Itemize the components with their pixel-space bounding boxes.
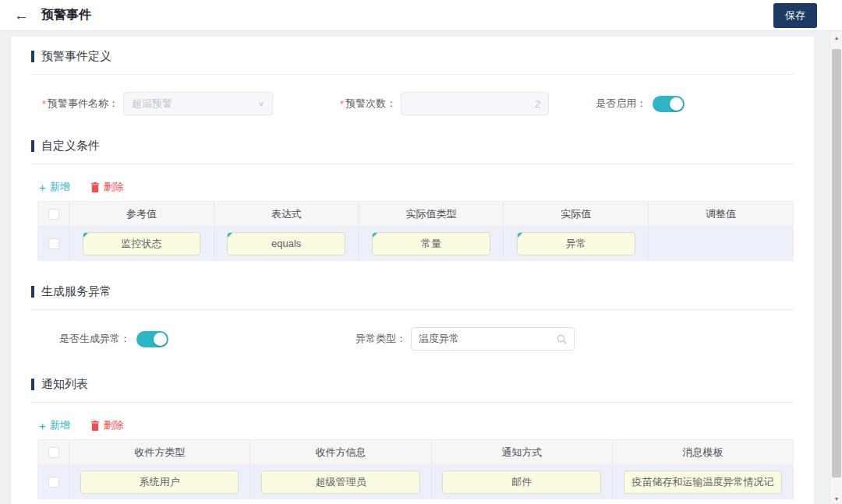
toggle-knob: [670, 97, 683, 111]
table-cell: 疫苗储存和运输温度异常情况记录表: [613, 465, 793, 499]
chevron-down-icon: ∨: [258, 100, 264, 107]
divider: [31, 164, 794, 164]
event-name-select[interactable]: 超温预警 ∨: [123, 92, 273, 115]
definition-form-row: * 预警事件名称： 超温预警 ∨ * 预警次数： 2 是否启用：: [31, 92, 794, 115]
table-cell: 邮件: [432, 465, 613, 499]
required-mark: *: [340, 98, 344, 110]
column-header: 参考值: [69, 202, 214, 227]
edited-corner-mark: [373, 233, 377, 238]
enabled-toggle[interactable]: [653, 96, 685, 112]
cell-input[interactable]: 邮件: [442, 471, 601, 494]
row-checkbox[interactable]: [48, 209, 59, 220]
exception-form-row: 是否生成异常： 异常类型： 温度异常: [31, 327, 794, 351]
generate-exception-toggle[interactable]: [136, 331, 168, 347]
back-icon[interactable]: ←: [14, 8, 29, 23]
field-event-name: * 预警事件名称： 超温预警 ∨: [42, 92, 273, 115]
vertical-scrollbar[interactable]: ▲ ▼: [830, 32, 842, 504]
delete-label: 删除: [104, 418, 124, 432]
warn-count-value: 2: [535, 98, 540, 110]
cell-input[interactable]: 超级管理员: [261, 471, 420, 494]
table-cell: 异常: [504, 227, 649, 261]
section-title: 通知列表: [41, 377, 88, 392]
plus-icon: +: [39, 420, 46, 432]
conditions-toolbar: + 新增 删除: [39, 180, 794, 194]
delete-button[interactable]: 删除: [90, 180, 124, 194]
scroll-content: 预警事件定义 * 预警事件名称： 超温预警 ∨ * 预警次数： 2 是否启用：: [0, 32, 830, 504]
section-title: 生成服务异常: [41, 284, 111, 299]
section-bar: [31, 379, 34, 390]
cell-input[interactable]: 疫苗储存和运输温度异常情况记录表: [624, 471, 783, 494]
row-checkbox[interactable]: [48, 238, 59, 249]
enabled-label: 是否启用：: [596, 97, 646, 111]
edited-corner-mark: [83, 233, 88, 238]
section-bar: [31, 140, 34, 152]
scrollbar-thumb[interactable]: [832, 49, 841, 478]
table-cell: 超级管理员: [250, 465, 431, 499]
generate-exception-label: 是否生成异常：: [59, 332, 130, 346]
search-icon: [557, 334, 567, 344]
form-card: 预警事件定义 * 预警事件名称： 超温预警 ∨ * 预警次数： 2 是否启用：: [11, 37, 814, 504]
notification-table: 收件方类型收件方信息通知方式消息模板系统用户超级管理员邮件疫苗储存和运输温度异常…: [37, 439, 794, 499]
delete-button[interactable]: 删除: [90, 418, 124, 432]
cell-input[interactable]: 监控状态: [83, 232, 201, 256]
add-button[interactable]: + 新增: [39, 418, 70, 432]
exception-type-input[interactable]: 温度异常: [411, 327, 575, 351]
table-cell: 监控状态: [69, 227, 214, 261]
cell-input[interactable]: 常量: [372, 232, 490, 256]
exception-type-value: 温度异常: [419, 332, 557, 346]
event-name-value: 超温预警: [132, 97, 258, 111]
exception-type-label: 异常类型：: [356, 332, 406, 346]
section-conditions-header: 自定义条件: [31, 139, 794, 153]
column-header: 表达式: [214, 202, 359, 227]
add-label: 新增: [50, 418, 70, 432]
section-notification-header: 通知列表: [31, 377, 794, 392]
field-warn-count: * 预警次数： 2: [340, 92, 549, 115]
warn-count-input[interactable]: 2: [401, 92, 549, 115]
conditions-table: 参考值表达式实际值类型实际值调整值监控状态equals常量异常: [37, 201, 794, 261]
section-title: 预警事件定义: [41, 49, 111, 64]
section-bar: [31, 51, 34, 62]
divider: [31, 402, 794, 403]
edited-corner-mark: [518, 233, 522, 238]
scroll-up-icon[interactable]: ▲: [830, 32, 842, 43]
checkbox-cell: [38, 465, 69, 499]
notification-toolbar: + 新增 删除: [39, 418, 794, 432]
required-mark: *: [42, 98, 46, 110]
checkbox-cell: [38, 227, 69, 261]
add-button[interactable]: + 新增: [39, 180, 70, 194]
column-header: 收件方类型: [69, 440, 250, 465]
column-header: 消息模板: [613, 440, 793, 465]
event-name-label: 预警事件名称：: [48, 97, 119, 111]
column-header: 通知方式: [432, 440, 613, 465]
divider: [31, 309, 794, 310]
section-definition-header: 预警事件定义: [31, 49, 794, 64]
save-button[interactable]: 保存: [773, 3, 817, 28]
toggle-knob: [154, 333, 167, 346]
top-bar: ← 预警事件 保存: [0, 0, 842, 31]
section-exception-header: 生成服务异常: [31, 284, 794, 299]
cell-input[interactable]: 系统用户: [80, 471, 239, 494]
section-bar: [31, 286, 34, 298]
page-title: 预警事件: [41, 7, 91, 23]
table-header-row: 参考值表达式实际值类型实际值调整值: [38, 202, 793, 227]
delete-label: 删除: [104, 180, 124, 194]
table-cell: 系统用户: [69, 465, 250, 499]
scroll-down-icon[interactable]: ▼: [830, 493, 842, 504]
checkbox-cell: [38, 202, 69, 227]
column-header: 实际值类型: [359, 202, 504, 227]
table-row: 系统用户超级管理员邮件疫苗储存和运输温度异常情况记录表: [38, 465, 793, 499]
cell-input[interactable]: equals: [227, 232, 345, 256]
column-header: 收件方信息: [250, 440, 431, 465]
add-label: 新增: [50, 180, 70, 194]
table-row: 监控状态equals常量异常: [38, 227, 793, 261]
table-header-row: 收件方类型收件方信息通知方式消息模板: [38, 440, 793, 465]
row-checkbox[interactable]: [48, 477, 59, 488]
row-checkbox[interactable]: [48, 447, 59, 458]
column-header: 实际值: [504, 202, 649, 227]
checkbox-cell: [38, 440, 69, 465]
cell-input[interactable]: 异常: [517, 232, 635, 256]
column-header: 调整值: [649, 202, 793, 227]
field-exception-type: 异常类型： 温度异常: [356, 327, 575, 351]
trash-icon: [90, 421, 100, 431]
plus-icon: +: [39, 182, 46, 193]
